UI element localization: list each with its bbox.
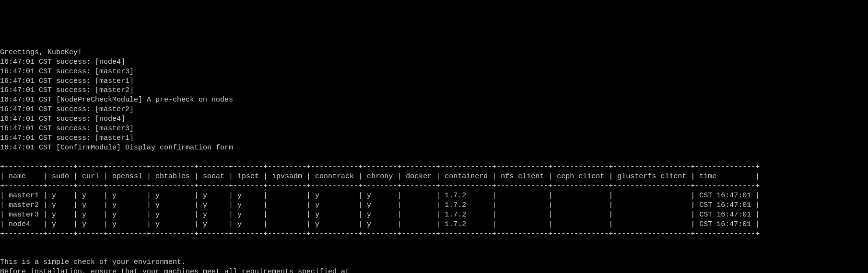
terminal-output: Greetings, KubeKey!16:47:01 CST success:…	[0, 38, 868, 273]
table-border: +---------+------+------+---------+-----…	[0, 182, 868, 191]
log-line: 16:47:01 CST [NodePreCheckModule] A pre-…	[0, 95, 868, 105]
table-border: +---------+------+------+---------+-----…	[0, 229, 868, 239]
log-line: 16:47:01 CST success: [master2]	[0, 105, 868, 114]
info-line	[0, 248, 868, 258]
precheck-table: +---------+------+------+---------+-----…	[0, 162, 868, 239]
log-line: 16:47:01 CST success: [master1]	[0, 134, 868, 143]
table-row: | master1 | y | y | y | y | y | y | | y …	[0, 191, 868, 201]
info-lines-container: This is a simple check of your environme…	[0, 248, 868, 273]
table-row: | master2 | y | y | y | y | y | y | | y …	[0, 201, 868, 210]
log-line: Greetings, KubeKey!	[0, 48, 868, 57]
log-line: 16:47:01 CST success: [master2]	[0, 86, 868, 95]
table-header: | name | sudo | curl | openssl | ebtable…	[0, 172, 868, 182]
table-border: +---------+------+------+---------+-----…	[0, 162, 868, 172]
info-line: Before installation, ensure that your ma…	[0, 267, 868, 273]
log-line: 16:47:01 CST success: [node4]	[0, 57, 868, 67]
log-line: 16:47:01 CST success: [master1]	[0, 77, 868, 86]
log-line: 16:47:01 CST success: [node4]	[0, 114, 868, 124]
log-line: 16:47:01 CST [ConfirmModule] Display con…	[0, 143, 868, 153]
log-line: 16:47:01 CST success: [master3]	[0, 124, 868, 134]
table-row: | master3 | y | y | y | y | y | y | | y …	[0, 210, 868, 220]
log-lines-container: Greetings, KubeKey!16:47:01 CST success:…	[0, 48, 868, 153]
table-row: | node4 | y | y | y | y | y | y | | y | …	[0, 220, 868, 229]
log-line: 16:47:01 CST success: [master3]	[0, 67, 868, 77]
info-line: This is a simple check of your environme…	[0, 258, 868, 267]
